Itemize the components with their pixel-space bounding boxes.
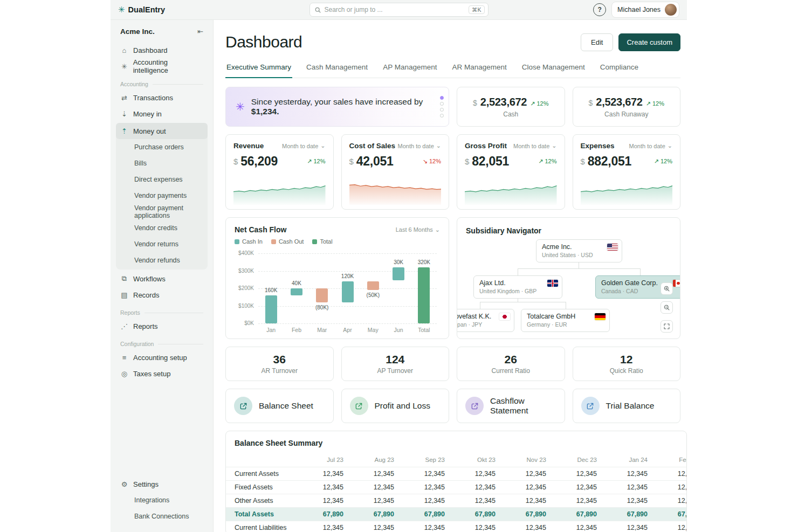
tab-cash-management[interactable]: Cash Management [305,58,369,78]
sidebar-item-bills[interactable]: Bills [116,155,208,171]
cell: 67,890 [459,508,510,521]
edit-button[interactable]: Edit [581,33,613,51]
sidebar-item-settings[interactable]: ⚙ Settings [116,476,208,492]
sidebar-item-vendor-payment-applications[interactable]: Vendor payment applications [116,204,208,220]
cell: 12,345 [611,494,662,508]
cell: 12,345 [307,521,357,532]
cashflow-statement-link[interactable]: Cashflow Statement [457,389,565,423]
ap-turnover-card: 124 AP Turnover [341,347,450,381]
search-input[interactable] [325,6,465,13]
sidebar-item-money-out[interactable]: ⇡ Money out [116,123,208,139]
sidebar-item-taxes-setup[interactable]: ◎ Taxes setup [116,365,208,382]
period-selector[interactable]: Month to date⌄ [629,142,673,149]
app-logo[interactable]: ✳ DualEntry [118,5,165,15]
bar-value-label: (50K) [367,292,380,298]
subsidiary-node-ajax[interactable]: Ajax Ltd. United Kingdom · GBP [473,275,562,299]
subsidiary-node-lovefast[interactable]: Lovefast K.K. Japan · JPY [457,309,514,332]
org-connector [640,268,641,275]
sidebar-item-direct-expenses[interactable]: Direct expenses [116,171,208,188]
bar-value-label: 120K [341,273,354,279]
banner-message: Since yesterday, your sales have increas… [251,97,430,116]
trend-down-icon: ↘ [423,158,428,164]
sidebar-item-accounting-intelligence[interactable]: ✳ Accounting intelligence [116,58,208,74]
sidebar-item-vendor-returns[interactable]: Vendor returns [116,236,208,252]
profit-and-loss-link[interactable]: Profit and Loss [341,389,450,423]
period-label: Month to date [629,143,665,149]
tab-executive-summary[interactable]: Executive Summary [225,58,292,78]
collapse-icon: ⇤ [197,27,203,36]
trend-up-icon: ↗ [646,100,651,107]
node-detail: Japan · JPY [457,321,498,328]
org-name[interactable]: Acme Inc. [120,27,155,36]
bar-value-label: 40K [292,280,301,286]
trial-balance-link[interactable]: Trial Balance [573,389,681,423]
currency-symbol: $ [473,99,477,107]
banner-message-text: Since yesterday, your sales have increas… [251,97,423,106]
cash-value: 2,523,672 [480,96,527,108]
cell: 12,345 [307,481,357,494]
sidebar-item-label: Records [133,291,159,299]
balance-sheet-link[interactable]: Balance Sheet [225,389,334,423]
zoom-in-button[interactable] [661,282,673,295]
fullscreen-button[interactable] [661,320,673,333]
currency-symbol: $ [581,157,585,166]
period-label: Month to date [398,143,434,149]
banner-carousel-dots [440,96,444,118]
sidebar-item-bank-connections[interactable]: Bank Connections [116,508,208,524]
x-axis-label: Mar [309,327,335,333]
subsidiary-node-acme[interactable]: Acme Inc. United States · USD [536,239,622,262]
tab-ar-management[interactable]: AR Management [451,58,507,78]
sidebar-item-accounting-setup[interactable]: ≡ Accounting setup [116,349,208,365]
sidebar-item-transactions[interactable]: ⇄ Transactions [116,89,208,106]
page-header: Dashboard Edit Create custom [225,20,680,51]
cell: 12,345 [357,494,408,508]
global-search[interactable]: ⌘K [309,3,489,17]
logo-text: DualEntry [128,5,166,14]
sidebar-item-reports[interactable]: ⋰ Reports [116,318,208,334]
revenue-sparkline-chart [233,177,326,205]
sidebar-item-dashboard[interactable]: ⌂ Dashboard [116,42,208,58]
cashflow-bar-mar [316,288,328,302]
org-connector [518,268,518,275]
tab-close-management[interactable]: Close Management [521,58,586,78]
sidebar-item-label: Accounting intelligence [133,58,203,74]
sidebar-item-workflows[interactable]: ⧉ Workflows [116,271,208,287]
period-selector[interactable]: Month to date⌄ [282,142,326,149]
table-header-row: Jul 23Aug 23Sep 23Okt 23Nov 23Dec 23Jan … [226,454,687,467]
trend-value: 12% [661,158,672,164]
page-title: Dashboard [225,33,302,51]
sidebar-item-vendor-refunds[interactable]: Vendor refunds [116,252,208,268]
carousel-dot[interactable] [440,114,444,118]
cell: 12,345 [510,481,560,494]
sidebar-item-vendor-payments[interactable]: Vendor payments [116,188,208,204]
carousel-dot[interactable] [440,102,444,106]
sidebar-collapse-button[interactable]: ⇤ [197,27,203,36]
cell: 12,345 [510,521,560,532]
sidebar-item-vendor-credits[interactable]: Vendor credits [116,220,208,236]
tab-ap-management[interactable]: AP Management [382,58,438,78]
row-label: Current Liabilities [226,521,307,532]
period-selector[interactable]: Month to date⌄ [513,142,557,149]
user-menu[interactable]: Michael Jones [611,2,679,18]
sidebar-item-money-in[interactable]: ⇣ Money in [116,106,208,122]
sidebar-item-integrations[interactable]: Integrations [116,492,208,508]
column-header: Aug 23 [357,454,408,467]
column-header: Dec 23 [560,454,611,467]
sidebar-item-purchase-orders[interactable]: Purchase orders [116,139,208,155]
create-custom-button[interactable]: Create custom [618,33,680,51]
trend-badge: ↗ 12% [646,100,664,107]
subsidiary-node-totalcare[interactable]: Totalcare GmbH Germany · EUR [521,309,610,332]
zoom-out-button[interactable] [661,301,673,314]
cell: 12,345 [408,494,459,508]
period-selector[interactable]: Last 6 Months⌄ [396,226,440,233]
carousel-dot[interactable] [440,96,444,100]
row-label: Total Assets [226,508,307,521]
help-button[interactable]: ? [593,3,606,16]
sidebar-item-records[interactable]: ▤ Records [116,287,208,303]
legend-item-cash-out: Cash Out [271,238,304,245]
period-selector[interactable]: Month to date⌄ [398,142,442,149]
cashflow-bar-apr [342,281,354,302]
tab-compliance[interactable]: Compliance [599,58,639,78]
sliders-icon: ≡ [120,354,128,362]
carousel-dot[interactable] [440,108,444,112]
